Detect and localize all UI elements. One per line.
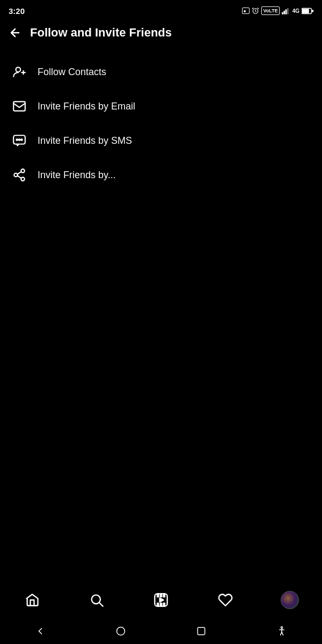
follow-contacts-label: Follow Contacts xyxy=(38,67,106,78)
svg-rect-28 xyxy=(160,603,162,606)
image-status-icon xyxy=(242,8,250,14)
svg-line-37 xyxy=(282,632,283,635)
svg-rect-6 xyxy=(302,9,309,13)
share-icon xyxy=(12,167,27,182)
alarm-icon xyxy=(252,7,259,14)
nav-profile[interactable] xyxy=(277,587,303,613)
page-title: Follow and Invite Friends xyxy=(30,26,172,40)
svg-rect-4 xyxy=(287,8,289,14)
svg-rect-24 xyxy=(157,594,158,597)
volte-badge: VoLTE xyxy=(261,6,279,15)
follow-contacts-item[interactable]: Follow Contacts xyxy=(0,55,322,89)
svg-rect-27 xyxy=(157,603,158,606)
status-time: 3:20 xyxy=(9,6,25,16)
back-button[interactable] xyxy=(9,26,21,39)
svg-line-19 xyxy=(17,172,21,174)
svg-rect-7 xyxy=(312,10,313,12)
svg-rect-11 xyxy=(13,101,25,111)
battery-icon xyxy=(302,8,313,14)
svg-marker-30 xyxy=(160,598,164,602)
invite-email-item[interactable]: Invite Friends by Email xyxy=(0,89,322,123)
sms-icon xyxy=(12,133,27,148)
invite-sms-item[interactable]: Invite Friends by SMS xyxy=(0,123,322,158)
svg-line-20 xyxy=(17,175,21,178)
svg-rect-26 xyxy=(164,594,165,597)
nav-search[interactable] xyxy=(84,587,109,613)
svg-rect-1 xyxy=(282,12,283,14)
network-type: 4G xyxy=(292,8,299,14)
nav-likes[interactable] xyxy=(213,587,238,613)
svg-rect-3 xyxy=(285,9,287,14)
invite-sms-label: Invite Friends by SMS xyxy=(38,135,132,147)
status-icons: VoLTE 4G xyxy=(242,6,313,15)
profile-avatar xyxy=(281,591,299,609)
android-back-btn[interactable] xyxy=(27,618,53,644)
nav-home[interactable] xyxy=(19,587,45,613)
signal-icon xyxy=(282,7,290,14)
status-bar: 3:20 VoLTE 4G xyxy=(0,0,322,19)
svg-rect-29 xyxy=(164,603,165,606)
android-home-btn[interactable] xyxy=(108,618,134,644)
android-accessibility-btn[interactable] xyxy=(269,618,295,644)
svg-point-31 xyxy=(117,627,125,635)
nav-reels[interactable] xyxy=(148,587,174,613)
invite-other-item[interactable]: Invite Friends by... xyxy=(0,158,322,192)
svg-rect-25 xyxy=(160,594,162,597)
android-nav-bar xyxy=(0,618,322,644)
android-recents-btn[interactable] xyxy=(188,618,214,644)
invite-email-label: Invite Friends by Email xyxy=(38,101,135,112)
svg-point-8 xyxy=(16,67,21,72)
svg-rect-32 xyxy=(197,627,204,634)
svg-point-14 xyxy=(19,139,20,141)
svg-line-22 xyxy=(99,603,103,606)
add-person-icon xyxy=(12,64,27,79)
svg-point-13 xyxy=(16,139,18,141)
bottom-nav xyxy=(0,582,322,618)
svg-point-15 xyxy=(21,139,23,141)
svg-rect-2 xyxy=(283,11,285,14)
invite-other-label: Invite Friends by... xyxy=(38,170,116,181)
menu-list: Follow Contacts Invite Friends by Email … xyxy=(0,46,322,201)
page-header: Follow and Invite Friends xyxy=(0,19,322,46)
email-icon xyxy=(12,99,27,114)
